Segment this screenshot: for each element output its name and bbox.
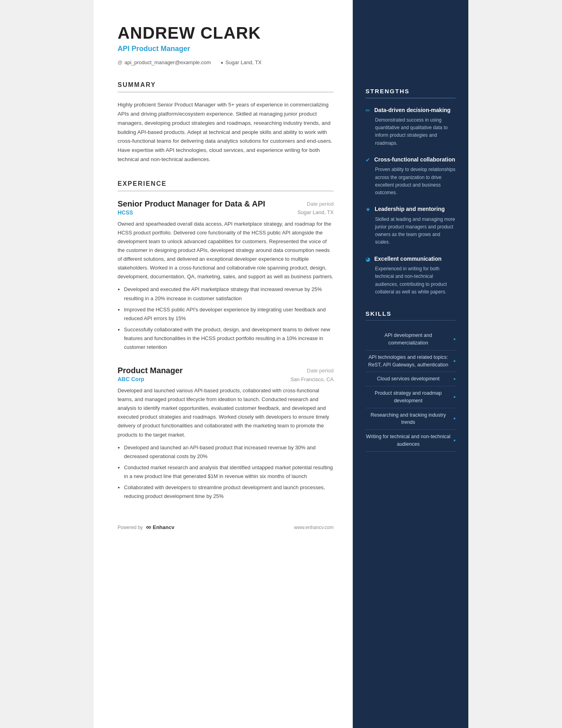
strength-item-4: ◕ Excellent communication Experienced in…	[365, 255, 456, 296]
summary-heading: SUMMARY	[118, 81, 334, 89]
summary-divider	[118, 92, 334, 92]
footer-left: Powered by ∞ Enhancv	[118, 523, 174, 531]
job-location-1: Sugar Land, TX	[297, 209, 334, 215]
strength-name-1: Data-driven decision-making	[374, 106, 450, 114]
company-row-1: HCSS Sugar Land, TX	[118, 209, 334, 216]
skill-dot-3: •	[451, 376, 456, 383]
strength-header-3: ★ Leadership and mentoring	[365, 205, 456, 213]
email-icon: @	[118, 60, 122, 65]
strength-header-4: ◕ Excellent communication	[365, 255, 456, 263]
candidate-name: ANDREW CLARK	[118, 24, 334, 42]
infinity-icon: ∞	[146, 523, 151, 531]
job-desc-1: Owned and spearheaded overall data acces…	[118, 220, 334, 281]
skill-dot-2: •	[451, 358, 456, 365]
skill-text-2: API technologies and related topics: ReS…	[365, 354, 451, 369]
job-header-1: Senior Product Manager for Data & API Da…	[118, 199, 334, 209]
skill-item-5: Researching and tracking industry trends…	[365, 408, 456, 430]
strength-desc-4: Experienced in writing for both technica…	[365, 265, 456, 296]
skill-item-6: Writing for technical and non-technical …	[365, 430, 456, 452]
skill-item-1: API development and commercialization •	[365, 329, 456, 350]
job-bullets-2: Developed and launched an API-based prod…	[124, 443, 334, 501]
bullet-2-1: Developed and launched an API-based prod…	[124, 443, 334, 461]
skill-text-3: Cloud services development	[365, 375, 451, 383]
strength-icon-4: ◕	[365, 256, 370, 262]
company-name-1: HCSS	[118, 209, 133, 216]
strength-name-3: Leadership and mentoring	[375, 205, 445, 213]
bullet-2-2: Conducted market research and analysis t…	[124, 463, 334, 481]
job-date-1: Date period	[307, 199, 334, 207]
bullet-1-1: Developed and executed the API marketpla…	[124, 285, 334, 303]
skill-dot-1: •	[451, 336, 456, 343]
strength-icon-1: ✏	[365, 107, 370, 114]
skill-text-1: API development and commercialization	[365, 332, 451, 347]
strength-name-4: Excellent communication	[374, 255, 442, 263]
email-text: api_product_manager@example.com	[124, 59, 211, 65]
company-row-2: ABC Corp San Francisco, CA	[118, 376, 334, 382]
experience-divider	[118, 191, 334, 191]
skill-item-2: API technologies and related topics: ReS…	[365, 350, 456, 372]
strength-header-1: ✏ Data-driven decision-making	[365, 106, 456, 114]
skills-heading: SKILLS	[365, 310, 456, 317]
strengths-section: STRENGTHS ✏ Data-driven decision-making …	[365, 88, 456, 296]
job-title-2: Product Manager	[118, 366, 183, 375]
job-desc-2: Developed and launched various API-based…	[118, 386, 334, 439]
strength-item-3: ★ Leadership and mentoring Skilled at le…	[365, 205, 456, 246]
strength-item-2: ✔ Cross-functional collaboration Proven …	[365, 156, 456, 197]
powered-by-text: Powered by	[118, 525, 143, 530]
job-header-2: Product Manager Date period	[118, 366, 334, 375]
brand-logo: ∞ Enhancv	[146, 523, 174, 531]
skill-text-4: Product strategy and roadmap development	[365, 390, 451, 405]
strength-desc-3: Skilled at leading and managing more jun…	[365, 216, 456, 246]
experience-heading: EXPERIENCE	[118, 180, 334, 187]
left-column: ANDREW CLARK API Product Manager @ api_p…	[94, 0, 353, 728]
job-title-1: Senior Product Manager for Data & API	[118, 199, 265, 209]
job-date-2: Date period	[307, 366, 334, 374]
email-contact: @ api_product_manager@example.com	[118, 59, 211, 65]
strength-name-2: Cross-functional collaboration	[374, 156, 455, 164]
resume-container: ANDREW CLARK API Product Manager @ api_p…	[94, 0, 468, 728]
footer-url: www.enhancv.com	[294, 525, 334, 530]
location-contact: ● Sugar Land, TX	[220, 59, 261, 65]
bullet-1-2: Improved the HCSS public API's developer…	[124, 305, 334, 323]
skill-item-3: Cloud services development •	[365, 372, 456, 386]
strength-icon-2: ✔	[365, 157, 370, 163]
experience-section: EXPERIENCE Senior Product Manager for Da…	[118, 180, 334, 501]
brand-name: Enhancv	[153, 524, 174, 530]
summary-section: SUMMARY Highly proficient Senior Product…	[118, 81, 334, 164]
skills-divider	[365, 320, 456, 321]
skill-dot-5: •	[451, 415, 456, 422]
skill-text-6: Writing for technical and non-technical …	[365, 433, 451, 448]
skills-section: SKILLS API development and commercializa…	[365, 310, 456, 452]
strengths-divider	[365, 98, 456, 98]
skill-item-4: Product strategy and roadmap development…	[365, 386, 456, 408]
contact-info: @ api_product_manager@example.com ● Suga…	[118, 59, 334, 65]
summary-text: Highly proficient Senior Product Manager…	[118, 100, 334, 165]
bullet-2-3: Collaborated with developers to streamli…	[124, 483, 334, 501]
strength-header-2: ✔ Cross-functional collaboration	[365, 156, 456, 164]
location-text: Sugar Land, TX	[225, 59, 261, 65]
skill-dot-4: •	[451, 394, 456, 401]
strength-item-1: ✏ Data-driven decision-making Demonstrat…	[365, 106, 456, 147]
location-icon: ●	[220, 60, 223, 65]
skill-text-5: Researching and tracking industry trends	[365, 411, 451, 427]
job-location-2: San Francisco, CA	[291, 376, 334, 382]
footer: Powered by ∞ Enhancv www.enhancv.com	[118, 517, 334, 531]
company-name-2: ABC Corp	[118, 376, 144, 382]
strength-icon-3: ★	[365, 206, 371, 212]
strength-desc-1: Demonstrated success in using quantitati…	[365, 116, 456, 147]
job-bullets-1: Developed and executed the API marketpla…	[124, 285, 334, 352]
job-title: API Product Manager	[118, 45, 334, 53]
right-column: STRENGTHS ✏ Data-driven decision-making …	[353, 0, 468, 728]
job-block-2: Product Manager Date period ABC Corp San…	[118, 366, 334, 501]
bullet-1-3: Successfully collaborated with the produ…	[124, 325, 334, 352]
skill-dot-6: •	[451, 437, 456, 444]
job-block-1: Senior Product Manager for Data & API Da…	[118, 199, 334, 352]
strengths-heading: STRENGTHS	[365, 88, 456, 94]
strength-desc-2: Proven ability to develop relationships …	[365, 166, 456, 197]
